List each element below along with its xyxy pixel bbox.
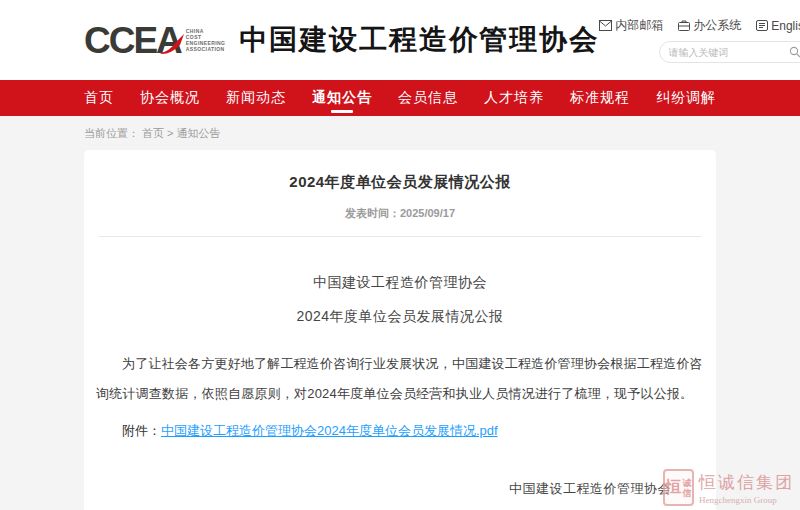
attachment-label: 附件： (122, 423, 161, 438)
publish-date-label: 发表时间： (345, 207, 400, 219)
signature-org: 中国建设工程造价管理协会 (509, 480, 671, 498)
body-heading-org: 中国建设工程造价管理协会 (84, 274, 716, 292)
attachment-pdf-link[interactable]: 中国建设工程造价管理协会2024年度单位会员发展情况.pdf (161, 423, 498, 438)
signature-block: 中国建设工程造价管理协会 2025年9月17日 (509, 480, 671, 510)
watermark-name-en: Hengchengxin Group (699, 495, 794, 505)
link-english[interactable]: English (756, 17, 800, 34)
nav-item-notices[interactable]: 通知公告 (312, 80, 372, 116)
logo-swoosh-icon (159, 33, 185, 55)
hengchengxin-seal-icon: 恒 诚 信 (663, 469, 694, 506)
search-input[interactable] (669, 47, 789, 58)
globe-icon (756, 20, 768, 31)
watermark-name: 恒诚信集团 (699, 471, 794, 494)
article-title: 2024年度单位会员发展情况公报 (84, 173, 716, 192)
breadcrumb-label: 当前位置： (84, 127, 139, 139)
article-paragraph: 为了让社会各方更好地了解工程造价咨询行业发展状况，中国建设工程造价管理协会根据工… (96, 349, 704, 409)
ccea-logo-subtext: CHINA COST ENGINEERING ASSOCIATION (186, 28, 225, 52)
link-english-label: English (771, 19, 800, 33)
nav-item-home[interactable]: 首页 (84, 80, 114, 116)
link-internal-mail-label: 内部邮箱 (615, 17, 663, 34)
site-header: CCEA CHINA COST ENGINEERING ASSOCIATION … (0, 0, 800, 80)
active-tab-underline (331, 110, 353, 113)
breadcrumb: 当前位置：首页>通知公告 (84, 116, 716, 150)
link-internal-mail[interactable]: 内部邮箱 (599, 17, 663, 34)
search-icon[interactable] (789, 46, 800, 58)
nav-item-dispute[interactable]: 纠纷调解 (656, 80, 716, 116)
breadcrumb-current[interactable]: 通知公告 (176, 127, 220, 139)
article-publish-date: 发表时间：2025/09/17 (84, 206, 716, 221)
briefcase-icon (678, 20, 690, 31)
nav-item-about[interactable]: 协会概况 (140, 80, 200, 116)
site-title: 中国建设工程造价管理协会 (239, 21, 599, 59)
nav-item-news[interactable]: 新闻动态 (226, 80, 286, 116)
link-office-system[interactable]: 办公系统 (678, 17, 741, 34)
publish-date-value: 2025/09/17 (400, 207, 455, 219)
breadcrumb-separator: > (167, 127, 173, 139)
title-divider (99, 236, 701, 237)
attachment-row: 附件：中国建设工程造价管理协会2024年度单位会员发展情况.pdf (96, 422, 704, 440)
article-card: 2024年度单位会员发展情况公报 发表时间：2025/09/17 中国建设工程造… (84, 150, 716, 510)
nav-item-training[interactable]: 人才培养 (484, 80, 544, 116)
ccea-logo-acronym: CCEA (84, 22, 181, 59)
main-nav: 首页 协会概况 新闻动态 通知公告 会员信息 人才培养 标准规程 纠纷调解 (0, 80, 800, 116)
ccea-logo[interactable]: CCEA CHINA COST ENGINEERING ASSOCIATION … (84, 21, 599, 59)
search-box (659, 41, 800, 63)
mail-icon (599, 20, 612, 31)
breadcrumb-home-link[interactable]: 首页 (142, 127, 164, 139)
body-heading-title: 2024年度单位会员发展情况公报 (84, 308, 716, 326)
link-office-system-label: 办公系统 (693, 17, 741, 34)
hengchengxin-watermark: 恒 诚 信 恒诚信集团 Hengchengxin Group (663, 469, 794, 506)
nav-item-members[interactable]: 会员信息 (398, 80, 458, 116)
nav-item-standards[interactable]: 标准规程 (570, 80, 630, 116)
